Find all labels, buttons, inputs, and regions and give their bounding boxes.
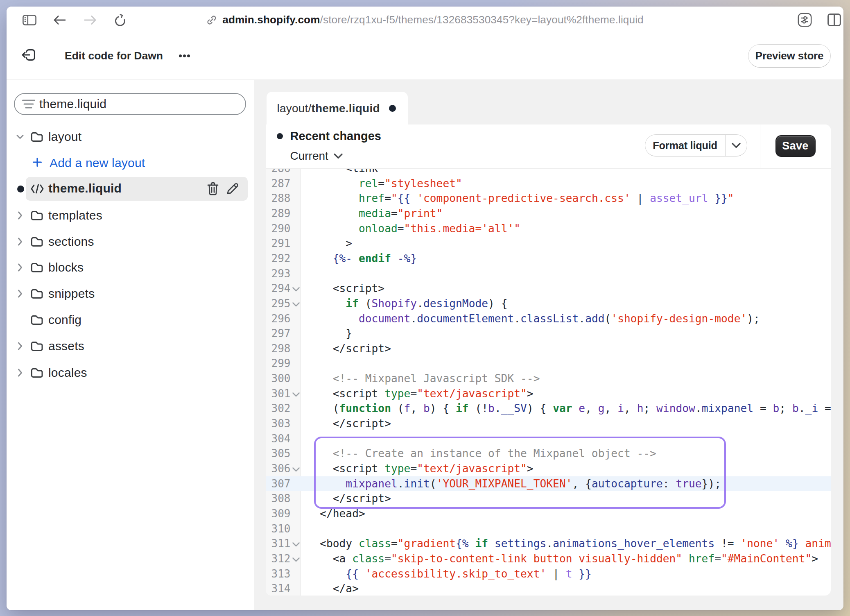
- code-line: <link: [307, 169, 378, 174]
- sidebar-folder-templates[interactable]: templates: [7, 202, 254, 229]
- sidebar-folder-blocks[interactable]: blocks: [7, 254, 254, 281]
- link-icon: [206, 15, 217, 25]
- split-view-icon[interactable]: [826, 7, 842, 33]
- changes-dot: [277, 133, 283, 139]
- chevron-right-icon[interactable]: [16, 368, 24, 377]
- line-number: 306: [266, 462, 291, 475]
- code-line: onload="this.media='all'": [307, 222, 521, 235]
- exit-button[interactable]: [14, 41, 41, 68]
- format-liquid-button[interactable]: Format liquid: [645, 134, 747, 156]
- folder-icon: [30, 211, 43, 220]
- line-number: 288: [266, 192, 291, 204]
- chevron-right-icon[interactable]: [16, 237, 24, 246]
- chevron-down-icon: [334, 153, 343, 159]
- code-line: </a>: [307, 582, 359, 595]
- line-number: 295: [266, 297, 291, 310]
- chevron-right-icon[interactable]: [16, 263, 24, 272]
- folder-icon: [30, 237, 43, 247]
- code-line: media="print": [307, 207, 443, 220]
- sidebar-folder-snippets[interactable]: snippets: [7, 281, 254, 307]
- line-number: 293: [266, 267, 291, 280]
- code-line: </script>: [307, 342, 391, 355]
- sidebar-folder-assets[interactable]: assets: [7, 333, 254, 359]
- recent-changes-label: Recent changes: [290, 129, 381, 143]
- folder-icon: [30, 341, 43, 351]
- fold-chevron-icon[interactable]: [291, 286, 301, 294]
- line-number: 291: [266, 237, 291, 249]
- code-line: <a class="skip-to-content-link button vi…: [307, 553, 818, 565]
- code-line: <script type="text/javascript">: [307, 387, 534, 400]
- code-content: <link rel="stylesheet" href="{{ 'compone…: [301, 169, 831, 596]
- line-number: 289: [266, 207, 291, 220]
- code-line: >: [307, 237, 353, 249]
- exit-icon: [20, 49, 35, 61]
- line-number: 299: [266, 357, 291, 369]
- line-number: 287: [266, 177, 291, 190]
- code-line: rel="stylesheet": [307, 177, 462, 190]
- more-menu-button[interactable]: [179, 34, 190, 78]
- code-editor[interactable]: 2862872882892902912922932942952962972982…: [266, 169, 831, 596]
- save-button[interactable]: Save: [775, 135, 816, 157]
- line-number: 296: [266, 313, 291, 325]
- code-line: {%- endif -%}: [307, 252, 417, 265]
- code-file-icon: [30, 183, 44, 196]
- chevron-right-icon[interactable]: [16, 211, 24, 220]
- unsaved-dot: [389, 105, 396, 112]
- annotation-highlight-box: [314, 437, 726, 509]
- version-dropdown[interactable]: Current: [290, 149, 343, 163]
- editor-card: Recent changes Current Format liquid Sav…: [266, 125, 831, 596]
- editor-main: layout/theme.liquid Recent changes Curre…: [254, 80, 844, 610]
- line-number: 302: [266, 402, 291, 414]
- line-number: 313: [266, 568, 291, 580]
- line-number: 292: [266, 252, 291, 265]
- code-line: href="{{ 'component-predictive-search.cs…: [307, 192, 734, 204]
- file-tree: layoutAdd a new layouttheme.liquidtempla…: [7, 80, 254, 610]
- browser-toolbar: admin.shopify.com/store/rzq1xu-f5/themes…: [7, 7, 843, 33]
- tab-theme-liquid[interactable]: layout/theme.liquid: [267, 92, 408, 125]
- rename-file-button[interactable]: [226, 182, 239, 196]
- toolbar-divider: [760, 125, 760, 169]
- line-number: 314: [266, 582, 291, 595]
- line-number: 309: [266, 507, 291, 520]
- chevron-down-icon[interactable]: [16, 134, 24, 140]
- line-number: 298: [266, 342, 291, 355]
- chevron-down-icon: [732, 143, 741, 148]
- url-text: admin.shopify.com/store/rzq1xu-f5/themes…: [222, 14, 644, 26]
- unsaved-file-dot: [17, 186, 24, 192]
- folder-icon: [30, 368, 43, 378]
- page-settings-icon[interactable]: [797, 7, 812, 33]
- sidebar-folder-locales[interactable]: locales: [7, 360, 254, 386]
- address-bar[interactable]: admin.shopify.com/store/rzq1xu-f5/themes…: [7, 7, 843, 33]
- sidebar-folder-config[interactable]: config: [7, 307, 254, 333]
- sidebar-add-layout-link[interactable]: Add a new layout: [7, 150, 254, 176]
- fold-chevron-icon[interactable]: [291, 392, 301, 399]
- file-sidebar: theme.liquid layoutAdd a new layouttheme…: [7, 80, 254, 610]
- fold-chevron-icon[interactable]: [291, 301, 301, 309]
- preview-store-button[interactable]: Preview store: [748, 44, 831, 68]
- tab-label: layout/theme.liquid: [277, 92, 380, 125]
- folder-icon: [30, 263, 43, 272]
- chevron-right-icon[interactable]: [16, 289, 24, 298]
- editor-toolbar: Recent changes Current Format liquid Sav…: [266, 125, 831, 169]
- app-header: Edit code for Dawn Preview store: [7, 34, 843, 79]
- fold-chevron-icon[interactable]: [291, 541, 301, 549]
- line-number: 308: [266, 492, 291, 505]
- code-line: </script>: [307, 417, 391, 430]
- format-options-button[interactable]: [726, 143, 747, 148]
- fold-chevron-icon[interactable]: [291, 557, 301, 564]
- fold-chevron-icon[interactable]: [291, 467, 301, 474]
- folder-icon: [30, 289, 43, 299]
- line-number: 307: [266, 478, 291, 490]
- line-number: 300: [266, 372, 291, 385]
- code-line: if (Shopify.designMode) {: [307, 297, 508, 310]
- line-number: 297: [266, 327, 291, 340]
- line-number: 312: [266, 553, 291, 565]
- line-number: 311: [266, 537, 291, 550]
- chevron-right-icon[interactable]: [16, 342, 24, 351]
- sidebar-folder-sections[interactable]: sections: [7, 229, 254, 255]
- delete-file-button[interactable]: [207, 182, 219, 197]
- sidebar-folder-layout[interactable]: layout: [7, 124, 254, 150]
- code-line: <body class="gradient{% if settings.anim…: [307, 537, 831, 550]
- browser-window: admin.shopify.com/store/rzq1xu-f5/themes…: [7, 7, 843, 610]
- page-title: Edit code for Dawn: [65, 34, 163, 78]
